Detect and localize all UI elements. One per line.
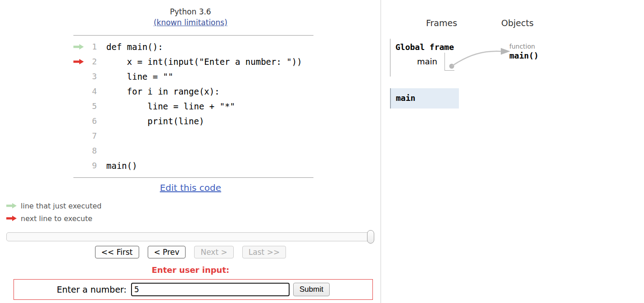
execution-step-slider[interactable] [6,232,374,241]
code-line: 5 line = line + "*" [73,99,313,113]
code-line: 4 for i in range(x): [73,84,313,99]
frames-header: Frames [426,18,457,28]
code-panel: Python 3.6 (known limitations) 1 def mai… [0,0,381,303]
code-text: def main(): [106,42,163,52]
green-arrow-icon [6,203,17,209]
code-line: 6 print(line) [73,113,313,128]
code-text: for i in range(x): [106,86,220,96]
legend-next-line: next line to execute [6,212,101,225]
code-line: 2 x = int(input("Enter a number: ")) [73,54,313,69]
submit-button[interactable]: Submit [293,283,330,296]
edit-code-link[interactable]: Edit this code [160,182,221,193]
next-line-arrow-icon [73,59,87,65]
last-button: Last >> [242,246,286,258]
red-arrow-icon [6,215,17,222]
active-stack-frame: main [390,88,459,109]
user-input-box: Enter a number: Submit [14,279,373,300]
function-signature: main() [509,51,539,60]
code-line: 9 main() [73,158,313,173]
code-text: main() [106,161,137,171]
variable-row: main [395,53,454,71]
code-line: 3 line = "" [73,69,313,84]
line-number: 5 [87,101,97,111]
code-line: 1 def main(): [73,39,313,54]
legend-label: line that just executed [21,202,101,210]
code-text: x = int(input("Enter a number: ")) [106,57,302,67]
next-button: Next > [194,246,233,258]
line-number: 6 [87,116,97,126]
function-object: function main() [509,43,539,60]
legend-just-executed: line that just executed [6,199,101,212]
legend-label: next line to execute [21,214,92,223]
global-frame: Global frame main [390,39,454,77]
python-tutor-app: Python 3.6 (known limitations) 1 def mai… [0,0,644,303]
code-line: 7 [73,128,313,143]
input-prompt-label: Enter a number: [57,285,127,294]
code-text: line = line + "*" [106,101,235,111]
code-display: 1 def main(): 2 x = int(input("Enter a n… [73,35,313,178]
code-text: line = "" [106,72,173,81]
variable-value-cell [444,53,454,71]
objects-header: Objects [501,18,534,28]
variable-name: main [395,53,437,71]
language-title: Python 3.6 [0,7,381,16]
line-number: 4 [87,86,97,96]
known-limitations-link[interactable]: (known limitations) [154,18,227,27]
line-number: 1 [87,42,97,51]
limitations-line: (known limitations) [0,18,381,27]
edit-code-line: Edit this code [0,182,381,193]
step-navigation: << First < Prev Next > Last >> [0,246,381,258]
code-text: print(line) [106,116,204,126]
line-number: 2 [87,57,97,66]
prev-button[interactable]: < Prev [148,246,186,258]
user-input-heading: Enter user input: [0,265,381,275]
stack-frame-name: main [391,88,459,103]
line-number: 7 [87,131,97,140]
line-number: 3 [87,72,97,81]
first-button[interactable]: << First [95,246,139,258]
slider-handle[interactable] [367,230,374,244]
user-input-field[interactable] [131,283,290,296]
language-header: Python 3.6 (known limitations) [0,7,381,27]
line-number: 8 [87,146,97,155]
global-frame-title: Global frame [395,39,454,52]
line-number: 9 [87,161,97,170]
code-line: 8 [73,143,313,158]
just-executed-arrow-icon [73,44,87,50]
visualization-panel: Frames Objects Global frame main functio… [381,0,644,303]
arrow-legend: line that just executed next line to exe… [6,199,101,225]
object-type-label: function [509,43,539,50]
